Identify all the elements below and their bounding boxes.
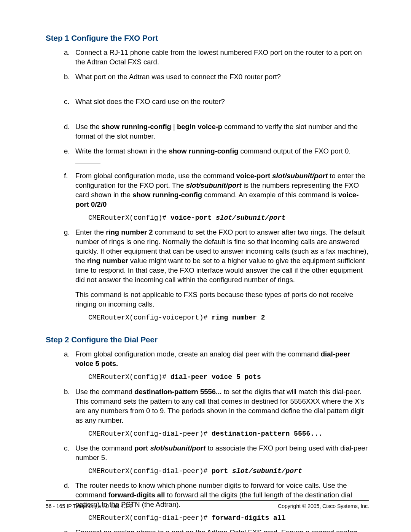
step1-heading: Step 1 Configure the FXO Port — [46, 34, 369, 43]
code-prompt: CMERouterX(config-voiceport)# — [88, 314, 212, 321]
fill-blank[interactable] — [75, 107, 231, 114]
step1-item-b: b. What port on the Adtran was used to c… — [46, 72, 369, 92]
code-cmd: port — [212, 467, 232, 475]
list-marker: d. — [64, 122, 70, 132]
code-line: CMERouterX(config-dial-peer)# port slot/… — [88, 466, 369, 476]
page-footer: 56 - 165 IP Telephony v1.0 Lab 4.1.2 Cop… — [46, 500, 369, 509]
fill-blank[interactable] — [75, 156, 100, 164]
code-prompt: CMERouterX(config-dial-peer)# — [88, 430, 212, 438]
body-bold-italic: slot/subunit/port — [150, 444, 206, 452]
body-bold-italic: slot/subunit/port — [272, 172, 328, 180]
code-line: CMERouterX(config-voiceport)# ring numbe… — [88, 313, 369, 322]
step2-item-e: e. Connect an analog phone to a port on … — [46, 528, 369, 532]
body-text: This command is not applicable to FXS po… — [75, 290, 369, 309]
list-marker: e. — [64, 147, 70, 156]
code-cmd: destination-pattern 5556... — [212, 430, 323, 438]
list-marker: a. — [64, 48, 70, 58]
body-bold: destination-pattern 5556... — [134, 388, 221, 396]
page: Step 1 Configure the FXO Port a. Connect… — [0, 0, 411, 532]
step1-item-a: a. Connect a RJ-11 phone cable from the … — [46, 48, 369, 67]
body-text: What slot does the FXO card use on the r… — [75, 97, 225, 105]
code-cmd: voice-port — [170, 214, 216, 222]
code-prompt: CMERouterX(config)# — [88, 214, 170, 222]
step1-item-f: f. From global configuration mode, use t… — [46, 171, 369, 222]
body-bold: voice-port — [236, 172, 270, 180]
footer-right: Copyright © 2005, Cisco Systems, Inc. — [278, 503, 369, 509]
body-text: Connect a RJ-11 phone cable from the low… — [75, 48, 362, 66]
step2-item-a: a. From global configuration mode, creat… — [46, 350, 369, 382]
body-text: Use the command — [75, 444, 134, 452]
list-marker: a. — [64, 350, 70, 359]
step1-item-d: d. Use the show running-config | begin v… — [46, 122, 369, 141]
step1-item-c: c. What slot does the FXO card use on th… — [46, 97, 369, 117]
body-text: Use the command — [75, 388, 134, 396]
body-bold: show running-config — [132, 191, 202, 199]
body-text: Use the — [75, 123, 102, 131]
code-prompt: CMERouterX(config-dial-peer)# — [88, 467, 212, 475]
body-bold: show running-config — [169, 147, 238, 155]
list-marker: c. — [64, 97, 69, 107]
list-marker: c. — [64, 444, 69, 453]
body-bold: ring number 2 — [106, 228, 153, 236]
body-bold: port — [134, 444, 148, 452]
body-text: command output of the FXO port 0. — [238, 147, 350, 155]
body-bold: ring number — [87, 257, 128, 265]
body-text: | — [171, 123, 177, 131]
code-cmd: ring number 2 — [212, 314, 265, 321]
step1-item-g: g. Enter the ring number 2 command to se… — [46, 228, 369, 322]
body-text: Write the format shown in the — [75, 147, 169, 155]
list-marker: g. — [64, 228, 70, 237]
body-text: From global configuration mode, use the … — [75, 172, 236, 180]
code-arg: slot/subunit/port — [232, 467, 302, 475]
fill-blank[interactable] — [75, 82, 170, 89]
body-bold: show running-config — [102, 123, 171, 131]
list-marker: d. — [64, 481, 70, 490]
body-text: command. An example of this command is — [202, 191, 338, 199]
code-line: CMERouterX(config)# dial-peer voice 5 po… — [88, 372, 369, 382]
footer-left: 56 - 165 IP Telephony v1.0 Lab 4.1.2 — [46, 503, 132, 509]
step2-item-b: b. Use the command destination-pattern 5… — [46, 387, 369, 438]
list-marker: e. — [64, 528, 70, 532]
code-cmd: dial-peer voice 5 pots — [170, 373, 261, 381]
code-prompt: CMERouterX(config)# — [88, 373, 170, 381]
code-line: CMERouterX(config-dial-peer)# forward-di… — [88, 513, 369, 522]
body-bold-italic: slot/subunit/port — [186, 181, 242, 189]
list-marker: b. — [64, 387, 70, 397]
code-cmd: forward-digits all — [212, 514, 285, 522]
step1-item-e: e. Write the format shown in the show ru… — [46, 147, 369, 166]
code-line: CMERouterX(config)# voice-port slot/subu… — [88, 213, 369, 222]
code-arg: slot/subunit/port — [216, 214, 286, 222]
list-marker: b. — [64, 72, 70, 82]
step2-item-c: c. Use the command port slot/subunit/por… — [46, 444, 369, 476]
step1-list: a. Connect a RJ-11 phone cable from the … — [46, 48, 369, 322]
step2-heading: Step 2 Configure the Dial Peer — [46, 335, 369, 344]
body-text: Connect an analog phone to a port on the… — [75, 528, 357, 532]
code-line: CMERouterX(config-dial-peer)# destinatio… — [88, 429, 369, 438]
body-text: What port on the Adtran was used to conn… — [75, 73, 281, 81]
body-bold: begin voice-p — [177, 123, 222, 131]
body-bold: forward-digits all — [108, 491, 165, 499]
body-text: Enter the — [75, 228, 106, 236]
list-marker: f. — [64, 171, 68, 181]
code-prompt: CMERouterX(config-dial-peer)# — [88, 514, 212, 522]
body-text: From global configuration mode, create a… — [75, 350, 321, 358]
